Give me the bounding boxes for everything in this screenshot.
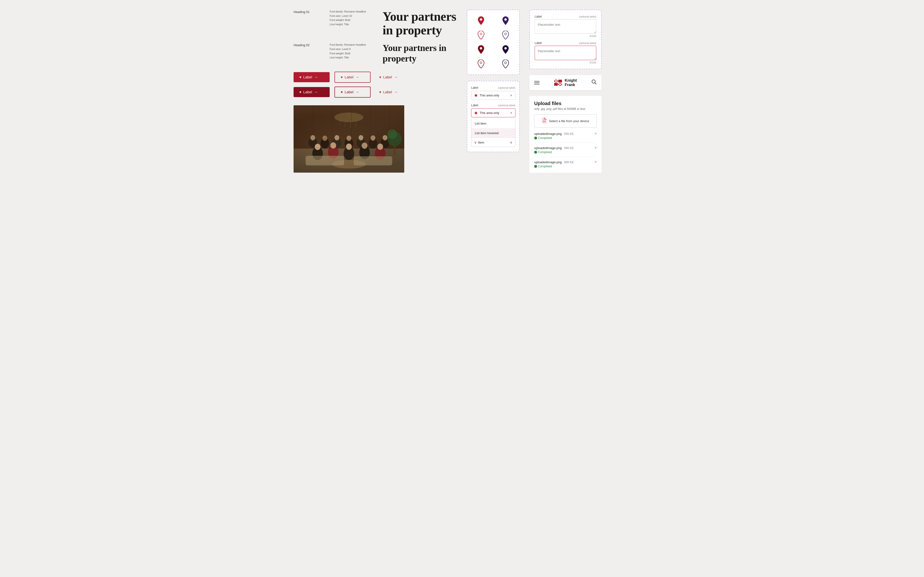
heading02-meta-lineheight: Line height: Title [330,56,373,60]
svg-rect-52 [558,80,562,82]
upload-icon: PDF [542,118,547,124]
input1-counter: 0/100 [535,35,596,37]
btn-ghost-1[interactable]: ♥ Label → [375,72,402,82]
file1-status-dot [534,137,537,139]
upload-title: Upload files [534,101,597,106]
file1-close-icon[interactable]: × [594,132,597,136]
svg-point-48 [504,47,507,50]
btn-outline-2[interactable]: ♥ Label → [334,87,371,98]
svg-point-49 [480,62,482,64]
btn-primary-2[interactable]: ♥ Label → [294,87,330,97]
svg-point-18 [334,135,339,140]
kf-logo-svg [554,80,563,86]
file2-name-size: uploadedimage.png 999 KB [534,146,573,150]
dropdown2-select[interactable]: This area only ∧ [471,108,515,117]
svg-point-45 [480,33,482,35]
map-pin-red-filled-1 [477,16,485,26]
file2-row: uploadedimage.png 999 KB × [534,146,597,150]
search-icon[interactable] [591,79,597,86]
btn-primary-1[interactable]: ♥ Label → [294,72,330,82]
heading02-row: Heading 02 Font-family: Romaine Headline… [294,43,457,64]
heading01-meta: Font-family: Romaine Headline Font-size:… [330,10,373,26]
dropdown-list-item-3[interactable]: ∨ Item ∨ [472,138,515,147]
arrow-icon-2: → [355,75,359,79]
ham-line-2 [534,82,540,83]
svg-point-34 [362,143,367,149]
ham-line-3 [534,84,540,84]
arrow-icon-1: → [314,75,318,79]
svg-point-36 [377,143,383,150]
hamburger-icon[interactable] [534,81,540,84]
dropdown2-optional: (optional label) [498,104,515,107]
heart-icon-3: ♥ [379,75,381,79]
heading02-meta-weight: Font-weight: Bold [330,52,373,56]
input-group-1: Label (optional label) 0/100 [535,15,596,37]
map-pin-red-filled-2 [477,45,485,54]
dropdown1-select[interactable]: This area only ∨ [471,91,515,100]
photo-section [294,105,404,172]
dropdown1-label: Label [471,86,478,89]
svg-point-44 [504,18,507,21]
btn-ghost-2[interactable]: ♥ Label → [375,87,402,97]
file1-name-size: uploadedimage.png 999 KB [534,132,573,136]
svg-point-24 [371,135,375,141]
heart-icon-6: ♥ [379,90,381,94]
svg-rect-40 [393,146,396,155]
file2-name: uploadedimage.png [534,146,562,150]
dropdown1-optional: (optional label) [498,86,515,89]
file3-close-icon[interactable]: × [594,160,597,164]
dropdown-item3-inner: ∨ Item [474,140,484,144]
file3-status: Completed [534,165,597,168]
input2-label: Label [535,41,542,45]
input2-counter: 0/100 [535,61,596,64]
file1-status: Completed [534,136,597,140]
svg-point-47 [480,47,482,50]
svg-rect-42 [354,156,392,165]
btn-primary-2-label: Label [303,90,312,94]
input1-header: Label (optional label) [535,15,596,18]
chevron-down-icon-3: ∨ [510,140,512,144]
right-column: Label (optional label) 0/100 Label (opti… [529,10,602,173]
file-item-1: uploadedimage.png 999 KB × Completed [534,132,597,143]
dropdown-section: Label (optional label) This area only ∨ … [467,81,520,152]
svg-point-22 [359,135,363,140]
map-pin-purple-outline-1 [502,30,509,40]
svg-point-26 [383,135,388,140]
ham-line-1 [534,81,540,82]
file2-close-icon[interactable]: × [594,146,597,150]
btn-primary-1-label: Label [303,75,312,79]
input2-field[interactable] [535,46,596,60]
map-pin-purple-filled-1 [502,16,509,26]
file3-name-size: uploadedimage.png 999 KB [534,160,573,164]
map-pin-purple-outline-2 [502,59,509,69]
file-list: uploadedimage.png 999 KB × Completed [534,132,597,168]
file1-row: uploadedimage.png 999 KB × [534,132,597,136]
btn-outline-1-label: Label [344,75,354,79]
btn-outline-1[interactable]: ♥ Label → [334,72,371,83]
svg-text:PDF: PDF [543,121,546,122]
typography-section: Heading 01 Font-family: Romaine Headline… [294,10,457,64]
dropdown1-select-inner: This area only [474,93,499,97]
pins-section [467,10,520,75]
svg-rect-53 [554,83,558,85]
upload-button[interactable]: PDF Select a file from your device [534,114,597,128]
svg-point-16 [322,135,327,141]
dropdown1-value: This area only [480,93,499,97]
dropdown-list-item-2[interactable]: List item hovered [472,128,515,138]
input1-field[interactable] [535,19,596,34]
photo-svg [294,105,404,172]
dropdown2-dot [474,111,478,115]
file3-row: uploadedimage.png 999 KB × [534,160,597,164]
dropdown-group-1: Label (optional label) This area only ∨ [471,86,515,100]
file3-size: 999 KB [564,161,573,164]
dropdown-list-item-1[interactable]: List item [472,119,515,128]
arrow-icon-6: → [394,90,398,94]
map-pin-red-outline-2 [477,59,485,69]
kf-logo-line1: Knight [565,78,577,83]
button-row-1: ♥ Label → ♥ Label → ♥ Label → [294,72,457,83]
nav-section: Knight Frank [529,75,602,90]
buttons-section: ♥ Label → ♥ Label → ♥ Label → ♥ [294,72,457,98]
arrow-icon-3: → [394,75,398,79]
input1-optional: (optional label) [579,15,596,18]
file3-name: uploadedimage.png [534,160,562,164]
